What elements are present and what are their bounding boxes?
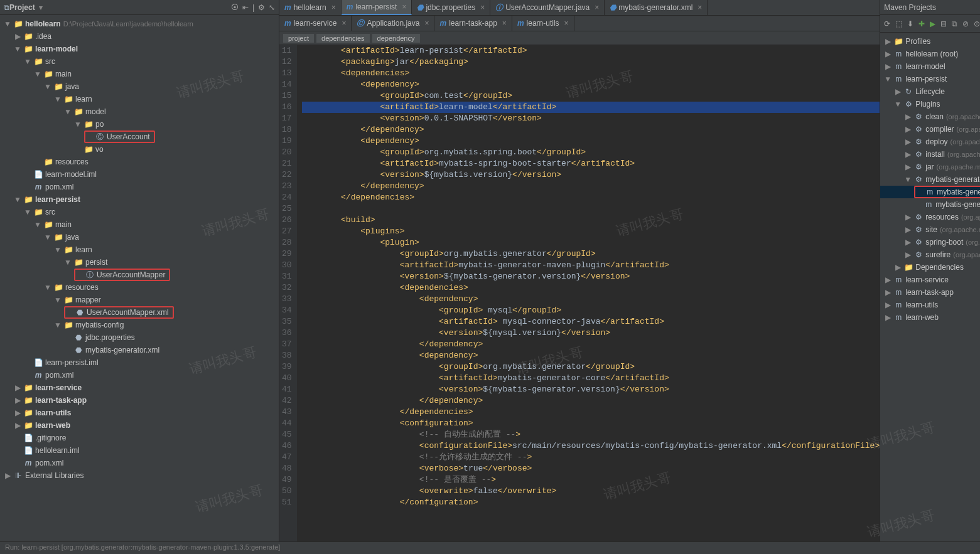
expand-arrow-icon[interactable]: ▶ — [14, 421, 21, 430]
expand-arrow-icon[interactable]: ▼ — [24, 208, 31, 216]
expand-arrow-icon[interactable]: ▶ — [904, 125, 912, 134]
breadcrumb[interactable]: projectdependenciesdependency — [279, 31, 880, 45]
close-icon[interactable]: × — [402, 3, 406, 11]
module-learn-persist[interactable]: ▼📁learn-persist — [0, 193, 279, 206]
pkg-learn[interactable]: ▼📁learn — [0, 93, 279, 105]
tab-hellolearn[interactable]: mhellolearn× — [279, 0, 342, 15]
mvn-learn-service[interactable]: ▶mlearn-service — [880, 274, 980, 286]
expand-arrow-icon[interactable]: ▶ — [884, 62, 891, 71]
file-pom-persist[interactable]: mpom.xml — [0, 369, 279, 381]
folder-main-persist[interactable]: ▼📁main — [0, 218, 279, 231]
mvn-hellolearn[interactable]: ▶mhellolearn (root) — [880, 48, 980, 60]
folder-java[interactable]: ▼📁java — [0, 80, 279, 93]
expand-arrow-icon[interactable]: ▶ — [14, 32, 21, 41]
mvn-profiles[interactable]: ▶📁Profiles — [880, 35, 980, 48]
expand-arrow-icon[interactable]: ▶ — [884, 313, 891, 322]
expand-arrow-icon[interactable]: ▼ — [54, 296, 62, 304]
expand-arrow-icon[interactable]: ▼ — [14, 45, 21, 53]
expand-arrow-icon[interactable]: ▶ — [884, 275, 891, 284]
tab-mapper-java[interactable]: ⒾUserAccountMapper.java× — [490, 0, 605, 15]
expand-arrow-icon[interactable]: ▶ — [14, 408, 21, 417]
expand-arrow-icon[interactable]: ▼ — [904, 175, 912, 184]
tree-icon[interactable]: ⊟ — [940, 19, 947, 28]
tab-mybatis-gen[interactable]: ⬣mybatis-generator.xml× — [605, 0, 708, 15]
module-learn-model[interactable]: ▼📁learn-model — [0, 43, 279, 55]
module-learn-web[interactable]: ▶📁learn-web — [0, 419, 279, 432]
expand-arrow-icon[interactable]: ▶ — [894, 87, 902, 96]
folder-mybatis-config[interactable]: ▼📁mybatis-config — [0, 319, 279, 331]
breadcrumb-item[interactable]: project — [283, 34, 314, 43]
class-useraccount[interactable]: ⒸUserAccount — [0, 131, 279, 143]
pkg-vo[interactable]: 📁vo — [0, 143, 279, 156]
file-hellolearn-iml[interactable]: 📄hellolearn.iml — [0, 444, 279, 457]
mvn-mybatis-generator[interactable]: ▼⚙mybatis-generator(org.mybatis.gene — [880, 173, 980, 186]
mvn-gen-help[interactable]: mmybatis-generator:help — [880, 198, 980, 211]
close-icon[interactable]: × — [342, 19, 346, 28]
folder-idea[interactable]: ▶📁.idea — [0, 30, 279, 43]
expand-arrow-icon[interactable]: ▼ — [894, 100, 902, 109]
folder-src-persist[interactable]: ▼📁src — [0, 206, 279, 218]
expand-arrow-icon[interactable]: ▶ — [14, 383, 21, 392]
mvn-compiler[interactable]: ▶⚙compiler(org.apache.maven.plugins: — [880, 123, 980, 136]
folder-src[interactable]: ▼📁src — [0, 55, 279, 68]
tab-learn-task-app[interactable]: mlearn-task-app× — [434, 16, 512, 31]
offline-icon[interactable]: ⊙ — [974, 19, 980, 28]
expand-arrow-icon[interactable]: ▼ — [34, 70, 41, 78]
mvn-plugins[interactable]: ▼⚙Plugins — [880, 98, 980, 110]
collapse-icon[interactable]: ⇤ — [242, 3, 249, 12]
file-mybatis-generator-xml[interactable]: ⬣mybatis-generator.xml — [0, 344, 279, 356]
run-icon[interactable]: ▶ — [930, 19, 935, 28]
expand-arrow-icon[interactable]: ▶ — [884, 37, 891, 46]
close-icon[interactable]: × — [331, 3, 336, 12]
expand-arrow-icon[interactable]: ▼ — [24, 57, 31, 66]
expand-arrow-icon[interactable]: ▼ — [4, 19, 11, 28]
module-learn-utils[interactable]: ▶📁learn-utils — [0, 407, 279, 419]
tab-learn-persist[interactable]: mlearn-persist× — [342, 0, 412, 15]
folder-mapper[interactable]: ▼📁mapper — [0, 294, 279, 306]
tab-learn-utils[interactable]: mlearn-utils× — [512, 16, 574, 31]
close-icon[interactable]: × — [424, 19, 429, 28]
mvn-install[interactable]: ▶⚙install(org.apache.maven.plugins:mav — [880, 148, 980, 161]
file-pom-model[interactable]: mpom.xml — [0, 181, 279, 193]
code-content[interactable]: <artifactId>learn-persist</artifactId> <… — [297, 45, 880, 554]
expand-arrow-icon[interactable]: ▶ — [4, 471, 11, 480]
pkg-po[interactable]: ▼📁po — [0, 118, 279, 131]
pkg-model[interactable]: ▼📁model — [0, 105, 279, 118]
mvn-learn-model[interactable]: ▶mlearn-model — [880, 60, 980, 73]
expand-arrow-icon[interactable]: ▼ — [54, 245, 62, 254]
file-gitignore[interactable]: 📄.gitignore — [0, 432, 279, 444]
pkg-learn-persist[interactable]: ▼📁learn — [0, 243, 279, 256]
close-icon[interactable]: × — [480, 3, 485, 12]
expand-arrow-icon[interactable]: ▶ — [904, 137, 912, 146]
mvn-learn-persist[interactable]: ▼mlearn-persist — [880, 73, 980, 85]
mvn-learn-task-app[interactable]: ▶mlearn-task-app — [880, 286, 980, 299]
expand-arrow-icon[interactable]: ▼ — [64, 107, 72, 116]
expand-arrow-icon[interactable]: ▶ — [884, 288, 891, 297]
expand-arrow-icon[interactable]: ▶ — [904, 150, 912, 159]
file-useraccountmapper-xml[interactable]: ⬣UserAccountMapper.xml — [0, 306, 279, 319]
close-icon[interactable]: × — [595, 3, 599, 12]
expand-arrow-icon[interactable]: ▼ — [44, 283, 51, 292]
tab-application[interactable]: ⒸApplication.java× — [352, 16, 434, 31]
expand-arrow-icon[interactable]: ▼ — [44, 233, 51, 242]
expand-arrow-icon[interactable]: ▼ — [14, 195, 21, 204]
expand-arrow-icon[interactable]: ▼ — [74, 120, 82, 129]
expand-arrow-icon[interactable]: ▶ — [904, 112, 912, 121]
maven-tree[interactable]: ▶📁Profiles▶mhellolearn (root)▶mlearn-mod… — [880, 33, 980, 554]
breadcrumb-item[interactable]: dependency — [372, 34, 420, 43]
folder-main[interactable]: ▼📁main — [0, 68, 279, 80]
module-learn-task-app[interactable]: ▶📁learn-task-app — [0, 394, 279, 407]
expand-arrow-icon[interactable]: ▶ — [904, 250, 912, 259]
file-learn-persist-iml[interactable]: 📄learn-persist.iml — [0, 356, 279, 369]
expand-arrow-icon[interactable]: ▶ — [904, 162, 912, 171]
skip-icon[interactable]: ⊘ — [962, 19, 969, 28]
close-icon[interactable]: × — [502, 19, 507, 28]
breadcrumb-item[interactable]: dependencies — [316, 34, 370, 43]
file-learn-model-iml[interactable]: 📄learn-model.iml — [0, 168, 279, 181]
mvn-learn-utils[interactable]: ▶mlearn-utils — [880, 299, 980, 311]
tab-jdbc[interactable]: ⬣jdbc.properties× — [412, 0, 490, 15]
expand-arrow-icon[interactable]: ▶ — [14, 396, 21, 405]
mvn-surefire[interactable]: ▶⚙surefire(org.apache.maven.plugins:m — [880, 248, 980, 261]
mvn-site[interactable]: ▶⚙site(org.apache.maven.plugins:maven — [880, 223, 980, 236]
mvn-dependencies[interactable]: ▶📁Dependencies — [880, 261, 980, 274]
